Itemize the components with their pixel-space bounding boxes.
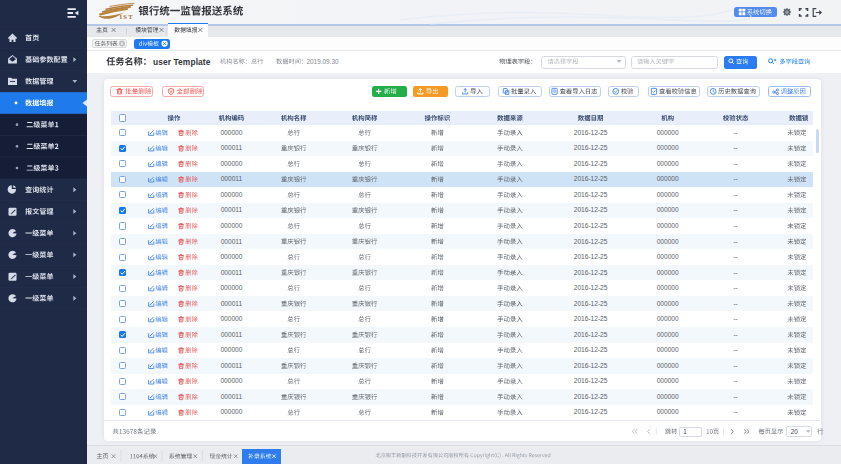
svg-text:IST: IST	[120, 13, 134, 20]
